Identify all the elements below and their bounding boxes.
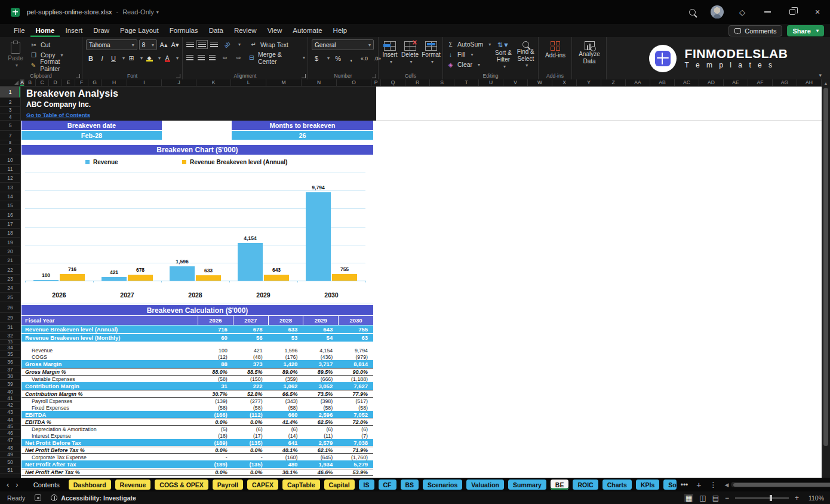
cell-2028[interactable]: 53: [268, 334, 303, 342]
page-layout-view-button[interactable]: ◫: [699, 494, 706, 502]
zoom-out-button[interactable]: −: [725, 494, 729, 502]
sheet-tab-scenarios[interactable]: Scenarios: [423, 480, 462, 490]
cell-2028[interactable]: (176): [268, 354, 303, 360]
cell-2027[interactable]: 678: [233, 325, 268, 333]
row-label[interactable]: Corporate Tax Expense: [21, 454, 198, 460]
cell-2029[interactable]: 73.5%: [303, 391, 338, 397]
row-header-16[interactable]: 16: [0, 210, 21, 220]
column-header-Y[interactable]: Y: [577, 79, 601, 87]
sort-filter-button[interactable]: ⇅▼ Sort & Filter▾: [493, 39, 513, 69]
cell-2026[interactable]: (5): [198, 426, 233, 432]
row-header-43[interactable]: 43: [0, 408, 21, 416]
premium-button[interactable]: ◇: [730, 0, 755, 24]
cell-2027[interactable]: [233, 342, 268, 347]
chart-bar-breakeven-2028[interactable]: [196, 275, 221, 281]
row-header-10[interactable]: 10: [0, 155, 21, 165]
sheet-tab-bs[interactable]: BS: [401, 480, 419, 490]
accessibility-status[interactable]: Accessibility: Investigate: [61, 494, 136, 502]
row-header-1[interactable]: 1: [0, 87, 21, 98]
cell-2027[interactable]: (48): [233, 354, 268, 360]
row-header-34[interactable]: 34: [0, 345, 21, 351]
clear-button[interactable]: ◈Clear▾: [447, 60, 491, 69]
chart-bar-revenue-2026[interactable]: [33, 280, 59, 281]
ribbon-tab-home[interactable]: Home: [30, 24, 60, 37]
cell-2030[interactable]: 90.0%: [338, 369, 373, 375]
underline-menu[interactable]: ▾: [122, 56, 125, 61]
cell-2030[interactable]: 72.0%: [338, 419, 373, 425]
cell-2026[interactable]: (166): [198, 411, 233, 418]
row-label[interactable]: Net Profit After Tax %: [21, 469, 198, 475]
ribbon-tab-page-layout[interactable]: Page Layout: [115, 24, 164, 37]
row-header-51[interactable]: 51: [0, 466, 21, 474]
font-color-button[interactable]: A: [162, 53, 172, 63]
zoom-level[interactable]: 110%: [805, 494, 824, 502]
row-header-29[interactable]: 29: [0, 313, 21, 323]
row-header-11[interactable]: 11: [0, 165, 21, 174]
cell-2028[interactable]: (343): [268, 398, 303, 404]
ribbon-tab-insert[interactable]: Insert: [60, 24, 88, 37]
row-header-44[interactable]: 44: [0, 416, 21, 423]
cell-2028[interactable]: 30.1%: [268, 469, 303, 475]
align-right-icon[interactable]: [209, 55, 216, 60]
row-header-12[interactable]: 12: [0, 174, 21, 183]
row-header-8[interactable]: 8: [0, 140, 21, 145]
column-header-I[interactable]: I: [127, 79, 162, 87]
borders-menu[interactable]: ▾: [140, 56, 143, 61]
column-header-K[interactable]: K: [196, 79, 231, 87]
cell-2027[interactable]: (135): [233, 439, 268, 446]
row-label[interactable]: Gross Margin %: [21, 369, 198, 375]
table-of-contents-link[interactable]: Go to Table of Contents: [26, 112, 90, 118]
format-painter-button[interactable]: ✎Format Painter: [30, 60, 79, 70]
collapse-ribbon-icon[interactable]: ▾: [819, 72, 822, 78]
year-column-header-2028[interactable]: 2028: [268, 316, 303, 325]
ribbon-tab-automate[interactable]: Automate: [287, 24, 327, 37]
underline-button[interactable]: U: [109, 53, 118, 63]
cell-2030[interactable]: 7,627: [338, 382, 373, 390]
column-header-R[interactable]: R: [405, 79, 430, 87]
cell-2030[interactable]: 7,052: [338, 411, 373, 418]
cell-2029[interactable]: (645): [303, 454, 338, 460]
cell-2027[interactable]: -: [233, 454, 268, 460]
sheet-tab-charts[interactable]: Charts: [602, 480, 632, 490]
more-sheets-button[interactable]: •••: [677, 481, 693, 489]
cell-2026[interactable]: 88.0%: [198, 369, 233, 375]
cell-2027[interactable]: (135): [233, 460, 268, 468]
zoom-in-button[interactable]: +: [795, 494, 799, 502]
row-label[interactable]: Net Profit After Tax: [21, 460, 198, 468]
column-header-N[interactable]: N: [302, 79, 337, 87]
row-header-38[interactable]: 38: [0, 373, 21, 380]
sheet-tab-is[interactable]: IS: [359, 480, 374, 490]
cell-2029[interactable]: 89.5%: [303, 369, 338, 375]
cell-2030[interactable]: [338, 342, 373, 347]
row-header-25[interactable]: 25: [0, 293, 21, 302]
cell-2029[interactable]: (11): [303, 432, 338, 439]
column-header-O[interactable]: O: [337, 79, 371, 87]
fiscal-year-label[interactable]: Fiscal Year: [21, 316, 198, 325]
row-header-37[interactable]: 37: [0, 366, 21, 373]
row-header-22[interactable]: 22: [0, 265, 21, 275]
column-header-AE[interactable]: AE: [724, 79, 748, 87]
cell-2026[interactable]: 0.0%: [198, 447, 233, 453]
row-header-21[interactable]: 21: [0, 256, 21, 265]
column-header-C[interactable]: C: [36, 79, 49, 87]
clipboard-dialog-launcher[interactable]: [76, 74, 80, 78]
paste-button[interactable]: Paste▾: [4, 39, 27, 70]
italic-button[interactable]: I: [97, 53, 107, 63]
horizontal-scrollbar[interactable]: ◀ ▶: [725, 482, 830, 488]
months-to-breakeven-value[interactable]: 26: [232, 131, 373, 140]
cell-2026[interactable]: 31: [198, 382, 233, 390]
year-column-header-2026[interactable]: 2026: [198, 316, 233, 325]
cell-2028[interactable]: (359): [268, 376, 303, 382]
cell-2027[interactable]: (277): [233, 398, 268, 404]
horizontal-scroll-track[interactable]: [731, 482, 830, 487]
cell-2029[interactable]: (666): [303, 376, 338, 382]
sheet-tab-capital[interactable]: Capital: [324, 480, 355, 490]
sheet-tab-captable[interactable]: CapTable: [282, 480, 319, 490]
fiscal-year-header-row[interactable]: Fiscal Year20262027202820292030: [21, 316, 373, 325]
column-header-W[interactable]: W: [528, 79, 552, 87]
cell-2029[interactable]: 1,934: [303, 460, 338, 468]
row-header-18[interactable]: 18: [0, 229, 21, 238]
cell-2029[interactable]: 4,154: [303, 347, 338, 354]
row-header-32[interactable]: 32: [0, 331, 21, 340]
cell-2028[interactable]: [268, 342, 303, 347]
